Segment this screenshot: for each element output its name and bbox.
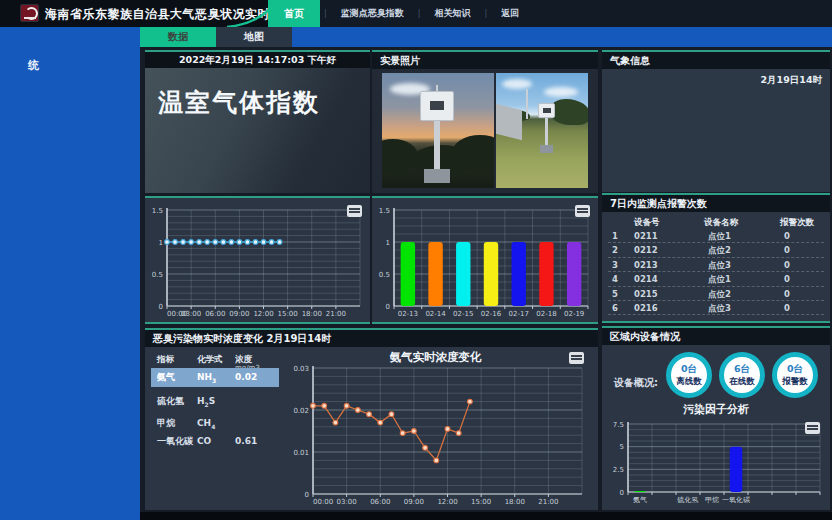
svg-text:一氧化碳: 一氧化碳: [722, 496, 750, 504]
alarm-cell: 点位1: [708, 229, 731, 243]
alarm-cell: 0215: [634, 287, 658, 301]
svg-text:03:00: 03:00: [337, 498, 357, 506]
svg-text:02-15: 02-15: [453, 310, 473, 318]
factor-bar-chart: 02.557.5氨气硫化氢甲烷一氧化碳: [606, 418, 826, 508]
alarm-table-row: 10211点位10: [608, 229, 824, 243]
app-title-suffix: 统: [28, 58, 39, 73]
svg-text:09:00: 09:00: [229, 310, 249, 318]
greenhouse-title: 温室气体指数: [145, 68, 370, 119]
odor-table-row[interactable]: 氨气NH30.02: [151, 368, 279, 387]
left-blue-column: 统: [0, 27, 140, 520]
daily-bar-chart: 00.511.502-1302-1402-1502-1602-1702-1802…: [372, 198, 598, 322]
app-logo: [20, 4, 39, 22]
alarm-cell: 0: [784, 243, 790, 257]
svg-text:0: 0: [305, 491, 309, 499]
device-circle-1: 6台在线数: [719, 352, 765, 398]
alarm-cell: 0214: [634, 272, 658, 286]
svg-text:02-13: 02-13: [398, 310, 418, 318]
alarms-panel: 7日内监测点报警次数 设备号 设备名称 报警次数 10211点位1020212点…: [602, 193, 830, 323]
col-formula: 化学式: [197, 354, 223, 366]
svg-text:21:00: 21:00: [538, 498, 558, 506]
svg-text:0: 0: [159, 303, 163, 311]
devices-panel: 区域内设备情况 设备概况: 0台离线数6台在线数0台报警数 污染因子分析 02.…: [602, 326, 830, 510]
alarm-table-row: 30213点位30: [608, 258, 824, 272]
svg-text:02-19: 02-19: [564, 310, 584, 318]
nav-item-3[interactable]: 返回: [487, 7, 533, 20]
svg-text:1.5: 1.5: [379, 207, 390, 215]
odor-table-row[interactable]: 甲烷CH4: [151, 414, 279, 433]
greenhouse-line-chart-panel: 00.511.500:0003:0006:0009:0012:0015:0018…: [145, 196, 370, 324]
alarm-cell: 1: [612, 229, 618, 243]
alarm-table-row: 20212点位20: [608, 243, 824, 257]
alarm-table-row: 40214点位10: [608, 272, 824, 286]
svg-text:12:00: 12:00: [253, 310, 273, 318]
odor-cell: 0.61: [235, 432, 257, 451]
tab-1[interactable]: 地图: [216, 27, 292, 47]
weather-panel-title: 气象信息: [602, 52, 830, 69]
svg-text:硫化氢: 硫化氢: [677, 496, 699, 504]
odor-table-row[interactable]: 硫化氢H2S: [151, 392, 279, 411]
alarm-table-row: 50215点位20: [608, 287, 824, 301]
odor-cell: H2S: [197, 392, 215, 414]
device-count-label: 离线数: [676, 376, 702, 388]
svg-text:00:00: 00:00: [313, 498, 333, 506]
chart-menu-icon[interactable]: [575, 205, 590, 217]
greenhouse-body: 温室气体指数: [145, 68, 370, 193]
alarm-cell: 点位2: [708, 243, 731, 257]
alarm-cell: 0211: [634, 229, 658, 243]
svg-text:1: 1: [159, 239, 163, 247]
greenhouse-line-chart: 00.511.500:0003:0006:0009:0012:0015:0018…: [145, 198, 370, 322]
site-photo-sunset: [382, 73, 494, 188]
svg-text:06:00: 06:00: [205, 310, 225, 318]
nav-item-0[interactable]: 首页: [268, 0, 320, 27]
devices-panel-title: 区域内设备情况: [602, 328, 830, 345]
chart-menu-icon[interactable]: [347, 205, 362, 217]
chart-menu-icon[interactable]: [569, 352, 584, 364]
svg-text:03:00: 03:00: [181, 310, 201, 318]
device-status-circles: 0台离线数6台在线数0台报警数: [666, 352, 818, 398]
alarm-cell: 0: [784, 229, 790, 243]
svg-text:02-18: 02-18: [536, 310, 556, 318]
svg-text:18:00: 18:00: [505, 498, 525, 506]
col-device-id: 设备号: [634, 217, 660, 229]
chart-menu-icon[interactable]: [805, 422, 820, 434]
daily-bar-chart-panel: 00.511.502-1302-1402-1502-1602-1702-1802…: [372, 196, 598, 324]
odor-panel: 恶臭污染物实时浓度变化 2月19日14时 指标 化学式 浓度mg/m3 氨气NH…: [145, 328, 598, 510]
device-count-label: 在线数: [729, 376, 755, 388]
svg-text:0.5: 0.5: [152, 271, 163, 279]
alarm-table-row: 60216点位30: [608, 301, 824, 315]
alarm-cell: 0216: [634, 301, 658, 315]
photos-container: [372, 69, 598, 193]
alarm-cell: 点位3: [708, 301, 731, 315]
tab-0[interactable]: 数据: [140, 27, 216, 47]
datetime-label: 2022年2月19日 14:17:03 下午好: [145, 52, 370, 68]
alarms-panel-title: 7日内监测点报警次数: [602, 195, 830, 212]
svg-text:15:00: 15:00: [471, 498, 491, 506]
svg-text:1: 1: [386, 239, 390, 247]
svg-text:02-16: 02-16: [481, 310, 502, 318]
weather-panel: 气象信息 2月19日14时: [602, 50, 830, 192]
nav-item-2[interactable]: 相关知识: [420, 7, 484, 20]
svg-text:1.5: 1.5: [152, 207, 163, 215]
svg-text:02-14: 02-14: [425, 310, 446, 318]
site-photo-field: [496, 73, 588, 188]
alarm-cell: 0: [784, 258, 790, 272]
svg-text:0.01: 0.01: [293, 449, 309, 457]
alarm-cell: 5: [612, 287, 618, 301]
svg-text:0.02: 0.02: [293, 407, 309, 415]
odor-table-row[interactable]: 一氧化碳CO0.61: [151, 432, 279, 451]
nav-item-1[interactable]: 监测点恶臭指数: [327, 7, 418, 20]
svg-text:5: 5: [620, 443, 624, 451]
svg-text:2.5: 2.5: [613, 466, 624, 474]
svg-text:02-17: 02-17: [509, 310, 529, 318]
main-nav: 首页|监测点恶臭指数|相关知识|返回: [268, 0, 832, 27]
tab-bar: 数据地图: [140, 27, 832, 47]
svg-text:09:00: 09:00: [404, 498, 424, 506]
col-indicator: 指标: [157, 354, 174, 366]
svg-text:甲烷: 甲烷: [705, 496, 719, 504]
top-header: 海南省乐东黎族自治县大气恶臭状况实时发布系 首页|监测点恶臭指数|相关知识|返回: [0, 0, 832, 27]
svg-text:氨气: 氨气: [633, 496, 647, 504]
alarm-cell: 3: [612, 258, 618, 272]
alarm-cell: 0: [784, 301, 790, 315]
alarm-cell: 4: [612, 272, 618, 286]
